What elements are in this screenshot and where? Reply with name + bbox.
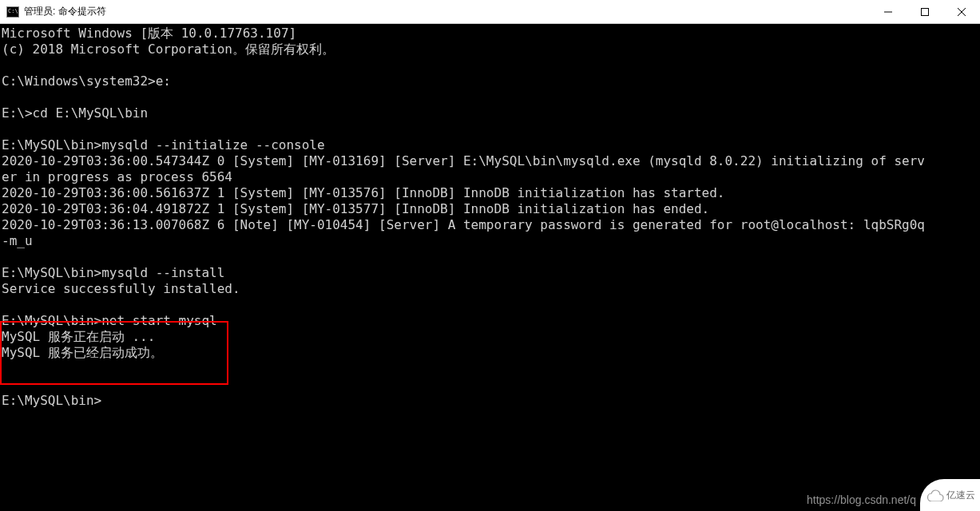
terminal-line: E:\MySQL\bin>mysqld --initialize --conso… [2,137,978,153]
terminal-line: 2020-10-29T03:36:00.547344Z 0 [System] [… [2,153,978,169]
terminal-line: E:\MySQL\bin> [2,393,978,409]
terminal-line: E:\MySQL\bin>mysqld --install [2,265,978,281]
window-controls [870,0,980,23]
terminal-line [2,377,978,393]
terminal-line: C:\Windows\system32>e: [2,73,978,89]
close-button[interactable] [943,0,980,23]
terminal-line: E:\>cd E:\MySQL\bin [2,105,978,121]
terminal-line [2,121,978,137]
terminal-line: 2020-10-29T03:36:00.561637Z 1 [System] [… [2,185,978,201]
window-title: 管理员: 命令提示符 [24,5,870,18]
cloud-badge: 亿速云 [920,479,980,511]
cloud-badge-text: 亿速云 [946,489,975,502]
terminal-line: MySQL 服务正在启动 ... [2,329,978,345]
terminal-output[interactable]: Microsoft Windows [版本 10.0.17763.107](c)… [0,24,980,511]
terminal-line: 2020-10-29T03:36:13.007068Z 6 [Note] [MY… [2,217,978,233]
minimize-button[interactable] [870,0,907,23]
terminal-line: E:\MySQL\bin>net start mysql [2,313,978,329]
terminal-line: -m_u [2,233,978,249]
maximize-button[interactable] [907,0,943,23]
terminal-line: er in progress as process 6564 [2,169,978,185]
terminal-line: (c) 2018 Microsoft Corporation。保留所有权利。 [2,42,978,57]
window-titlebar: 管理员: 命令提示符 [0,0,980,24]
svg-rect-1 [922,8,929,15]
terminal-line [2,249,978,265]
terminal-line: MySQL 服务已经启动成功。 [2,345,978,361]
terminal-line: 2020-10-29T03:36:04.491872Z 1 [System] [… [2,201,978,217]
terminal-line [2,297,978,313]
watermark-text: https://blog.csdn.net/q [807,493,916,506]
cmd-icon [6,6,19,18]
terminal-line [2,89,978,105]
terminal-line [2,361,978,377]
terminal-line [2,57,978,73]
cloud-icon [925,489,944,501]
terminal-line: Service successfully installed. [2,281,978,297]
terminal-line: Microsoft Windows [版本 10.0.17763.107] [2,26,978,42]
